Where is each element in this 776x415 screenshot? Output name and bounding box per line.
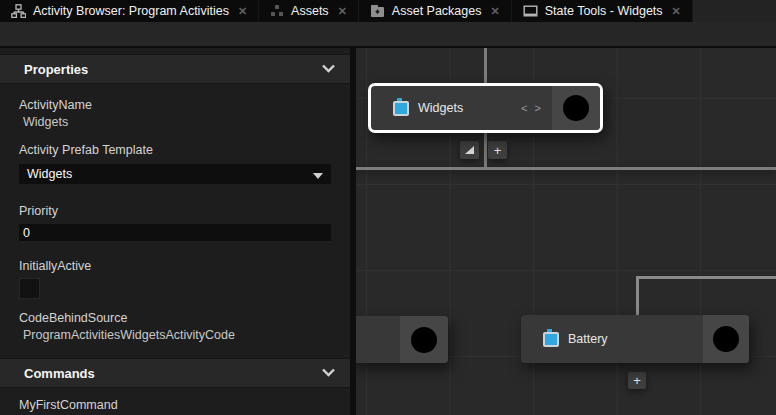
plus-icon: + bbox=[633, 374, 641, 387]
tab-assets[interactable]: Assets ✕ bbox=[259, 0, 359, 22]
package-icon bbox=[370, 4, 385, 18]
close-icon[interactable]: ✕ bbox=[338, 5, 347, 18]
port-circle-icon[interactable] bbox=[713, 326, 739, 352]
tab-label: Asset Packages bbox=[392, 4, 482, 18]
tab-strip: Activity Browser: Program Activities ✕ A… bbox=[0, 0, 693, 22]
node-port[interactable] bbox=[552, 86, 600, 130]
assets-cluster-icon bbox=[270, 4, 284, 18]
code-behind-value: ProgramActivitiesWidgetsActivityCode bbox=[23, 328, 350, 342]
node-widgets[interactable]: Widgets < > bbox=[368, 83, 603, 133]
node-label: Battery bbox=[568, 332, 608, 346]
dropdown-value: Widgets bbox=[27, 167, 313, 181]
add-state-button[interactable]: + bbox=[628, 372, 646, 389]
tab-asset-packages[interactable]: Asset Packages ✕ bbox=[359, 0, 512, 22]
properties-section-header[interactable]: Properties bbox=[0, 54, 350, 84]
priority-label: Priority bbox=[19, 204, 350, 218]
tab-bar: Activity Browser: Program Activities ✕ A… bbox=[0, 0, 776, 22]
commands-section-header[interactable]: Commands bbox=[0, 358, 350, 388]
properties-panel: Properties ActivityName Widgets Activity… bbox=[0, 48, 350, 415]
node-label: Widgets bbox=[418, 101, 463, 115]
app-window: Activity Browser: Program Activities ✕ A… bbox=[0, 0, 776, 415]
activity-name-value: Widgets bbox=[23, 115, 350, 129]
node-partial[interactable] bbox=[356, 316, 448, 363]
add-state-button[interactable]: + bbox=[488, 141, 507, 159]
initially-active-checkbox[interactable] bbox=[19, 278, 40, 299]
angle-brackets-badge: < > bbox=[521, 102, 543, 114]
close-icon[interactable]: ✕ bbox=[672, 5, 681, 18]
prefab-template-dropdown[interactable]: Widgets bbox=[19, 164, 331, 184]
connector-elbow-vertical bbox=[636, 276, 639, 316]
plus-icon: + bbox=[494, 144, 502, 157]
window-icon bbox=[523, 4, 538, 18]
activity-name-label: ActivityName bbox=[19, 98, 350, 112]
node-port[interactable] bbox=[400, 316, 448, 363]
chevron-down-icon bbox=[321, 60, 336, 78]
section-title: Commands bbox=[24, 366, 321, 381]
chevron-down-icon bbox=[321, 364, 336, 382]
tabbar-spacer bbox=[693, 0, 776, 22]
connector-elbow-horizontal bbox=[636, 276, 776, 279]
port-circle-icon[interactable] bbox=[411, 327, 437, 353]
tab-state-tools[interactable]: State Tools - Widgets ✕ bbox=[512, 0, 693, 22]
tab-activity-browser[interactable]: Activity Browser: Program Activities ✕ bbox=[0, 0, 259, 22]
state-graph-canvas[interactable]: + + Widgets < > Battery bbox=[356, 48, 776, 415]
tab-label: State Tools - Widgets bbox=[545, 4, 663, 18]
tab-label: Activity Browser: Program Activities bbox=[33, 4, 229, 18]
org-chart-icon bbox=[11, 4, 26, 18]
node-battery[interactable]: Battery bbox=[521, 315, 749, 363]
node-port[interactable] bbox=[703, 315, 749, 363]
command-list-item[interactable]: MyFirstCommand bbox=[19, 398, 350, 412]
collapse-node-button[interactable] bbox=[460, 141, 479, 159]
connector-line-horizontal bbox=[356, 167, 776, 170]
resize-grip-icon bbox=[465, 146, 474, 154]
dropdown-arrow-icon bbox=[313, 165, 323, 183]
port-circle-icon[interactable] bbox=[563, 95, 589, 121]
toolbar-strip bbox=[0, 22, 776, 48]
close-icon[interactable]: ✕ bbox=[490, 5, 499, 18]
initially-active-label: InitiallyActive bbox=[19, 259, 350, 273]
close-icon[interactable]: ✕ bbox=[238, 5, 247, 18]
priority-input[interactable] bbox=[19, 224, 331, 241]
code-behind-label: CodeBehindSource bbox=[19, 311, 350, 325]
prefab-template-label: Activity Prefab Template bbox=[19, 143, 350, 157]
section-title: Properties bbox=[24, 62, 321, 77]
device-icon bbox=[393, 101, 409, 116]
tab-label: Assets bbox=[291, 4, 329, 18]
device-icon bbox=[543, 332, 559, 347]
